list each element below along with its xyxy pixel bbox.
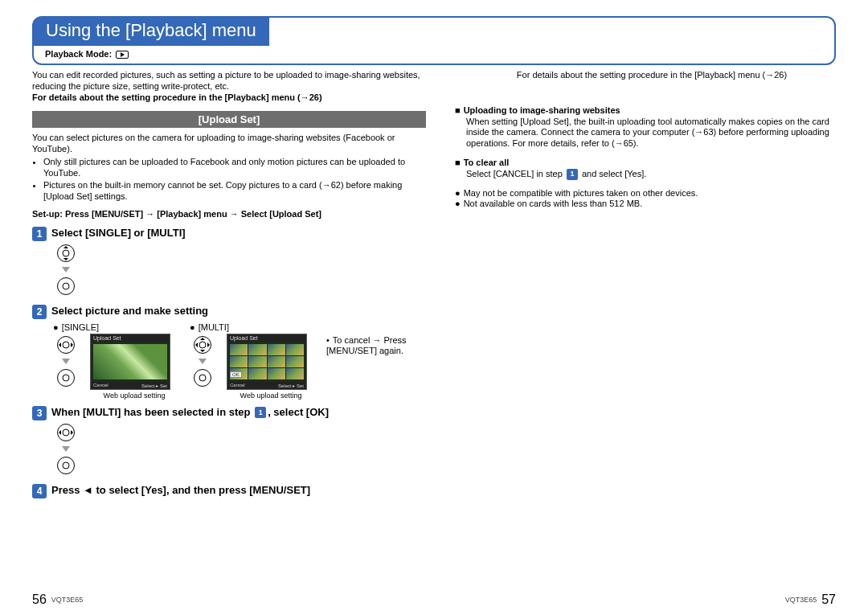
step-1: 1 Select [SINGLE] or [MULTI] (32, 227, 426, 241)
page-title: Using the [Playback] menu (33, 17, 269, 46)
single-label: [SINGLE] (53, 322, 79, 334)
play-icon (116, 51, 129, 59)
note-compat: May not be compatible with pictures take… (455, 188, 849, 199)
step-2-gallery: [SINGLE] Upload Set CancelSelect ▸ Set W… (53, 322, 426, 400)
step-2-controls-multi: [MULTI] (190, 322, 215, 391)
step-2-title: Select picture and make setting (51, 305, 208, 317)
step-4-title: Press ◄ to select [Yes], and then press … (51, 484, 310, 496)
upload-desc: You can select pictures on the camera fo… (32, 133, 426, 155)
arrow-down-icon (62, 267, 70, 273)
playback-mode-line: Playback Mode: (34, 46, 834, 59)
inline-step-ref-icon: 1 (567, 169, 578, 180)
step-number-icon: 2 (32, 305, 47, 319)
dpad-icon (57, 244, 75, 262)
setup-line: Set-up: Press [MENU/SET] → [Playback] me… (32, 209, 426, 220)
dpad-center-icon (57, 277, 75, 295)
dpad-center-icon (194, 369, 211, 387)
heading-uploading: Uploading to image-sharing websites (455, 105, 849, 117)
step-2: 2 Select picture and make setting (32, 305, 426, 319)
section-header-upload-set: [Upload Set] (32, 111, 426, 128)
dpad-icon (57, 336, 75, 354)
clear-all-text: Select [CANCEL] in step 1 and select [Ye… (466, 169, 849, 180)
arrow-down-icon (199, 359, 207, 364)
upload-bullet: Only still pictures can be uploaded to F… (43, 157, 426, 179)
playback-mode-label: Playback Mode: (45, 49, 112, 59)
intro-detail: For details about the setting procedure … (32, 92, 426, 104)
uploading-text: When setting [Upload Set], the built-in … (466, 117, 849, 150)
right-column: For details about the setting procedure … (455, 70, 849, 498)
right-top-line: For details about the setting procedure … (455, 70, 849, 81)
dpad-icon (57, 424, 75, 441)
step-number-icon: 4 (32, 484, 47, 498)
step-4: 4 Press ◄ to select [Yes], and then pres… (32, 484, 426, 498)
inline-step-ref-icon: 1 (255, 407, 266, 418)
note-512mb: Not available on cards with less than 51… (455, 199, 849, 210)
step-2-controls-single: [SINGLE] (53, 322, 79, 391)
step-1-controls (53, 241, 426, 298)
left-column: You can edit recorded pictures, such as … (32, 70, 426, 498)
page-number-right: VQT3E6557 (780, 592, 836, 607)
step-number-icon: 1 (32, 227, 47, 241)
upload-bullets: Only still pictures can be uploaded to F… (43, 157, 426, 203)
step-3-controls (53, 420, 426, 478)
page-number-left: 56VQT3E65 (32, 592, 83, 607)
dpad-center-icon (57, 457, 75, 474)
upload-bullet: Pictures on the built-in memory cannot b… (43, 180, 426, 203)
step-number-icon: 3 (32, 406, 47, 420)
intro-text: You can edit recorded pictures, such as … (32, 70, 426, 92)
dpad-center-icon (57, 369, 75, 387)
screenshot-multi: Upload Set OK CancelSelect ▸ Set Web upl… (227, 322, 315, 400)
title-bar: Using the [Playback] menu Playback Mode: (32, 16, 836, 65)
step-2-cancel-note: To cancel → Press [MENU/SET] again. (326, 322, 415, 358)
dpad-icon (194, 336, 211, 354)
caption-single: Web upload setting (90, 392, 178, 400)
step-3: 3 When [MULTI] has been selected in step… (32, 406, 426, 420)
arrow-down-icon (62, 446, 70, 452)
caption-multi: Web upload setting (227, 392, 315, 400)
step-1-title: Select [SINGLE] or [MULTI] (51, 227, 186, 239)
multi-label: [MULTI] (190, 322, 215, 334)
step-3-title: When [MULTI] has been selected in step 1… (51, 406, 329, 419)
heading-clear-all: To clear all (455, 158, 849, 169)
screenshot-single: Upload Set CancelSelect ▸ Set Web upload… (90, 322, 178, 400)
arrow-down-icon (62, 359, 70, 364)
